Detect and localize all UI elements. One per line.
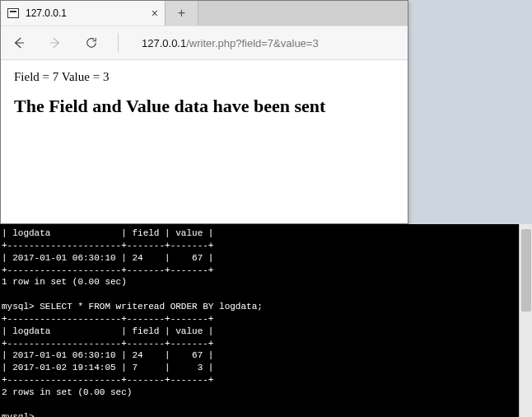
field-value-text: Field = 7 Value = 3 bbox=[14, 70, 394, 84]
plus-icon: + bbox=[178, 6, 185, 21]
refresh-button[interactable] bbox=[82, 33, 101, 53]
forward-button[interactable] bbox=[45, 33, 65, 53]
scrollbar-thumb[interactable] bbox=[521, 229, 531, 312]
browser-toolbar: 127.0.0.1/writer.php?field=7&value=3 bbox=[1, 26, 408, 60]
back-button[interactable] bbox=[9, 33, 29, 53]
address-path: /writer.php?field=7&value=3 bbox=[186, 37, 318, 49]
terminal-scrollbar[interactable] bbox=[519, 224, 532, 417]
toolbar-separator bbox=[118, 33, 119, 53]
arrow-left-icon bbox=[12, 35, 26, 50]
page-headline: The Field and Value data have been sent bbox=[14, 96, 394, 117]
arrow-right-icon bbox=[48, 35, 63, 50]
page-content: Field = 7 Value = 3 The Field and Value … bbox=[1, 60, 408, 223]
address-bar[interactable]: 127.0.0.1/writer.php?field=7&value=3 bbox=[135, 37, 399, 49]
browser-window: 127.0.0.1 × + 127.0.0.1/writer.php?field… bbox=[0, 0, 408, 224]
tab-title: 127.0.0.1 bbox=[26, 7, 145, 19]
address-host: 127.0.0.1 bbox=[142, 37, 186, 49]
browser-tab[interactable]: 127.0.0.1 × bbox=[1, 1, 166, 26]
new-tab-button[interactable]: + bbox=[166, 1, 198, 26]
terminal-output[interactable]: | logdata | field | value | +-----------… bbox=[0, 224, 532, 417]
tab-bar: 127.0.0.1 × + bbox=[1, 1, 408, 26]
close-icon[interactable]: × bbox=[152, 7, 158, 19]
page-icon bbox=[7, 8, 19, 18]
refresh-icon bbox=[84, 35, 99, 50]
